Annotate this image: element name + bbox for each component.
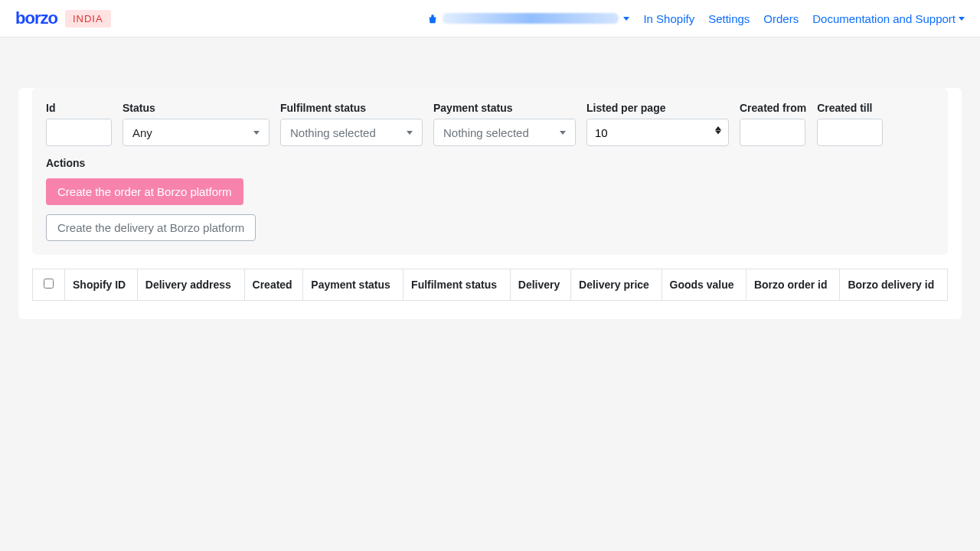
fulfilment-select-value: Nothing selected [290,126,376,139]
listed-per-page-select[interactable]: 10 [586,119,729,146]
col-borzo-order-id: Borzo order id [746,269,840,301]
col-delivery: Delivery [510,269,570,301]
col-borzo-delivery-id: Borzo delivery id [840,269,948,301]
col-payment-status: Payment status [303,269,403,301]
create-delivery-button[interactable]: Create the delivery at Borzo platform [46,214,256,241]
col-goods-value: Goods value [662,269,746,301]
col-shopify-id: Shopify ID [65,269,138,301]
nav-orders[interactable]: Orders [763,12,799,25]
filter-status-label: Status [122,102,270,114]
filter-listed-label: Listed per page [586,102,729,114]
header-left: borzo INDIA [15,8,111,28]
nav-in-shopify[interactable]: In Shopify [643,12,694,25]
app-header: borzo INDIA In Shopify Settings Orders D… [0,0,980,37]
select-all-cell [33,269,65,301]
filter-created-from-label: Created from [740,102,806,114]
filter-created-from: Created from [740,102,806,146]
header-right: In Shopify Settings Orders Documentation… [427,12,965,25]
filter-created-till: Created till [817,102,883,146]
table-header-row: Shopify ID Delivery address Created Paym… [33,269,948,301]
filter-payment-label: Payment status [433,102,576,114]
filter-listed: Listed per page 10 [586,102,729,146]
logo: borzo [15,8,57,28]
shopping-bag-icon [427,14,438,23]
id-input[interactable] [46,119,112,146]
status-select[interactable]: Any [122,119,270,146]
filter-payment: Payment status Nothing selected [433,102,576,146]
shop-dropdown[interactable] [427,13,629,24]
col-created: Created [244,269,303,301]
nav-docs[interactable]: Documentation and Support [812,12,965,25]
caret-down-icon [253,131,260,135]
select-all-checkbox[interactable] [44,279,54,289]
filter-fulfilment: Fulfilment status Nothing selected [280,102,423,146]
filter-id-label: Id [46,102,112,114]
col-delivery-price: Delivery price [571,269,662,301]
region-badge: INDIA [65,10,111,28]
shop-name-redacted [443,13,619,24]
caret-down-icon [959,17,965,21]
payment-select[interactable]: Nothing selected [433,119,576,146]
col-delivery-address: Delivery address [137,269,244,301]
status-select-value: Any [132,126,152,139]
create-order-button[interactable]: Create the order at Borzo platform [46,178,243,205]
orders-table: Shopify ID Delivery address Created Paym… [32,269,948,301]
caret-down-icon [623,17,629,21]
payment-select-value: Nothing selected [443,126,529,139]
col-fulfilment-status: Fulfilment status [403,269,511,301]
filter-created-till-label: Created till [817,102,883,114]
nav-settings[interactable]: Settings [708,12,750,25]
actions-group: Actions Create the order at Borzo platfo… [46,157,934,241]
created-from-input[interactable] [740,119,805,146]
created-till-input[interactable] [817,119,883,146]
caret-down-icon [407,131,413,135]
actions-label: Actions [46,157,934,169]
filter-fulfilment-label: Fulfilment status [280,102,423,114]
filter-id: Id [46,102,112,146]
nav-docs-label: Documentation and Support [812,12,956,25]
caret-down-icon [560,131,566,135]
main-container: Id Status Any Fulfilment status Nothing … [0,37,980,337]
orders-card: Id Status Any Fulfilment status Nothing … [18,88,962,319]
fulfilment-select[interactable]: Nothing selected [280,119,423,146]
filter-status: Status Any [122,102,270,146]
orders-table-wrap: Shopify ID Delivery address Created Paym… [32,269,948,301]
filters-panel: Id Status Any Fulfilment status Nothing … [32,88,948,255]
